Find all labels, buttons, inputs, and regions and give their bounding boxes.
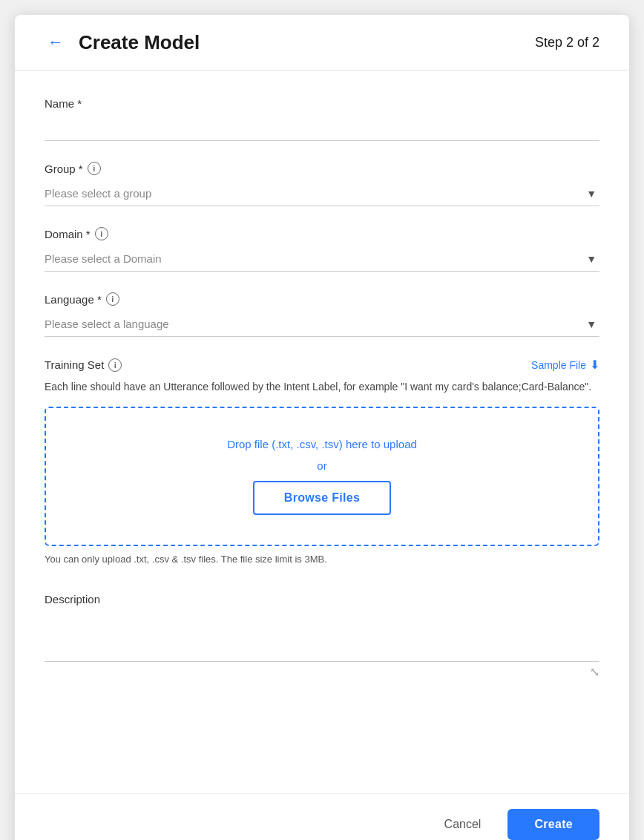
training-set-label: Training Set i: [45, 358, 122, 372]
language-info-icon[interactable]: i: [106, 292, 119, 306]
training-set-info-icon[interactable]: i: [108, 358, 122, 372]
name-label: Name *: [45, 97, 599, 110]
drop-or: or: [317, 459, 326, 472]
modal-header: ← Create Model Step 2 of 2: [15, 15, 629, 70]
back-button[interactable]: ←: [45, 30, 67, 55]
name-group: Name *: [45, 97, 599, 141]
step-indicator: Step 2 of 2: [535, 35, 599, 50]
training-set-header: Training Set i Sample File ⬇: [45, 358, 599, 372]
sample-file-link[interactable]: Sample File ⬇: [531, 358, 599, 372]
back-icon: ←: [47, 33, 64, 52]
cancel-button[interactable]: Cancel: [430, 810, 496, 839]
drop-text: Drop file (.txt, .csv, .tsv) here to upl…: [227, 438, 417, 450]
group-select-wrapper: Please select a group ▼: [45, 181, 599, 206]
training-description: Each line should have an Utterance follo…: [45, 379, 599, 395]
language-select-wrapper: Please select a language ▼: [45, 312, 599, 337]
file-note: You can only upload .txt, .csv & .tsv fi…: [45, 554, 599, 565]
domain-select-wrapper: Please select a Domain ▼: [45, 246, 599, 272]
modal-footer: Cancel Create: [15, 793, 629, 840]
drop-zone[interactable]: Drop file (.txt, .csv, .tsv) here to upl…: [45, 407, 599, 546]
download-icon: ⬇: [590, 358, 599, 372]
language-select[interactable]: Please select a language: [45, 312, 599, 337]
description-group: Description ⤡: [45, 585, 599, 678]
resize-icon: ⤡: [45, 666, 599, 678]
header-left: ← Create Model: [45, 30, 200, 55]
group-select[interactable]: Please select a group: [45, 181, 599, 206]
sample-file-label: Sample File: [531, 359, 586, 371]
language-label: Language * i: [45, 292, 599, 306]
group-label: Group * i: [45, 162, 599, 175]
description-input[interactable]: [45, 611, 599, 662]
form-body: Name * Group * i Please select a group ▼…: [15, 70, 629, 793]
description-label: Description: [45, 593, 599, 606]
domain-group: Domain * i Please select a Domain ▼: [45, 227, 599, 272]
training-set-group: Training Set i Sample File ⬇ Each line s…: [45, 358, 599, 565]
name-input[interactable]: [45, 116, 599, 141]
language-group: Language * i Please select a language ▼: [45, 292, 599, 337]
create-model-modal: ← Create Model Step 2 of 2 Name * Group …: [15, 15, 629, 840]
create-button[interactable]: Create: [507, 809, 599, 840]
group-info-icon[interactable]: i: [88, 162, 101, 175]
domain-info-icon[interactable]: i: [95, 227, 108, 240]
domain-select[interactable]: Please select a Domain: [45, 246, 599, 272]
page-title: Create Model: [79, 31, 200, 54]
group-group: Group * i Please select a group ▼: [45, 162, 599, 206]
domain-label: Domain * i: [45, 227, 599, 240]
browse-files-button[interactable]: Browse Files: [253, 481, 391, 515]
